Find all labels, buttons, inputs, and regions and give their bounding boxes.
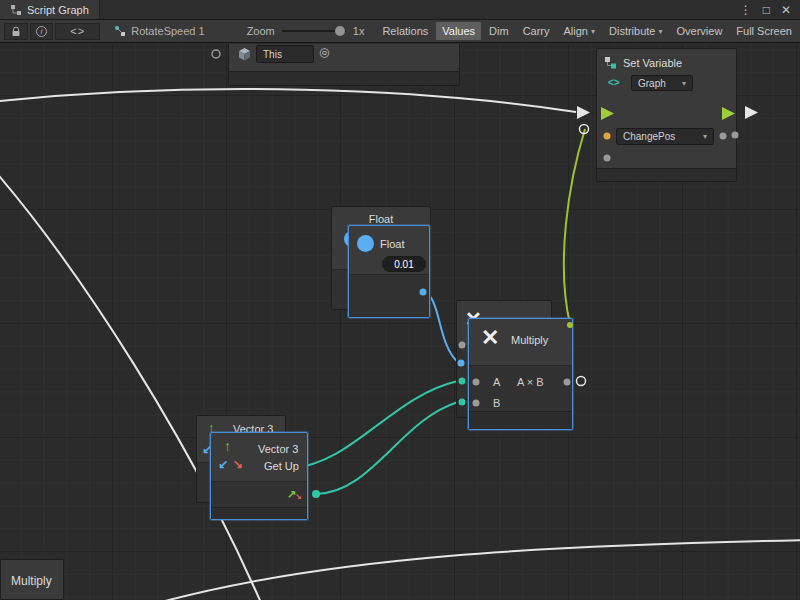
node-footer (229, 71, 459, 85)
node-multiply-corner[interactable]: Multiply (0, 559, 64, 600)
port-setvariable-value-ring[interactable] (580, 125, 589, 134)
arrow-down-left-icon: ↙ (218, 457, 228, 471)
wire-white-bottom[interactable] (140, 540, 800, 600)
chevron-down-icon: ▾ (703, 132, 707, 141)
carry-button[interactable]: Carry (517, 22, 556, 40)
port-label-b: B (493, 397, 500, 409)
node-footer (211, 507, 307, 519)
float-type-icon (357, 235, 374, 252)
graph-scope-icon: <> (608, 77, 620, 88)
graph-breadcrumb[interactable]: RotateSpeed 1 (114, 25, 204, 37)
this-object-field[interactable]: This (256, 45, 314, 63)
values-button[interactable]: Values (436, 22, 481, 40)
code-view-button[interactable]: <> (55, 23, 100, 40)
lock-button[interactable] (4, 23, 28, 40)
node-footer (597, 168, 736, 181)
node-title: Float (332, 207, 430, 225)
graph-canvas[interactable]: This ◎ Set Variable <> Graph ▾ ChangePos… (0, 44, 800, 600)
zoom-slider[interactable] (282, 30, 346, 32)
node-title: Set Variable (623, 57, 682, 69)
script-graph-icon (10, 4, 22, 16)
info-icon: i (36, 26, 47, 37)
port-this-self[interactable] (212, 50, 220, 58)
node-set-variable[interactable]: Set Variable <> Graph ▾ ChangePos ▾ (596, 48, 737, 182)
zoom-control: Zoom 1x (247, 25, 365, 37)
node-operation: Get Up (264, 460, 299, 472)
node-vector3-get-up[interactable]: ↑ ↙ ↘ Vector 3 Get Up ↗ ↘ (210, 432, 308, 520)
node-title: Float (380, 238, 404, 250)
script-graph-asset-icon (114, 25, 126, 37)
port-fallback-input[interactable] (604, 155, 611, 162)
node-multiply-front[interactable]: ✕ Multiply A A × B B (468, 318, 573, 430)
code-icon: <> (70, 25, 85, 37)
align-dropdown-button[interactable]: Align▾ (558, 22, 601, 40)
window-menu-icon[interactable]: ⋮ (740, 3, 752, 17)
output-label-axb: A × B (517, 376, 544, 388)
port-label-a: A (493, 376, 500, 388)
port-multiply-a-input[interactable] (473, 379, 480, 386)
port-multiply-result-ring[interactable] (577, 377, 586, 386)
flow-arrow-out-white (745, 106, 758, 119)
port-variable-value-output[interactable] (720, 133, 727, 140)
port-multiply-result-output[interactable] (564, 379, 571, 386)
set-variable-icon (604, 56, 617, 69)
wire-vector3-to-multiply-a[interactable] (292, 381, 458, 468)
tab-bar: Script Graph ⋮ □ ✕ (0, 0, 800, 20)
node-title: Vector 3 (258, 443, 298, 455)
chevron-down-icon: ▾ (591, 27, 595, 36)
node-title: Multiply (11, 574, 52, 588)
object-picker-icon[interactable]: ◎ (319, 45, 329, 59)
relations-button[interactable]: Relations (376, 22, 434, 40)
scope-dropdown[interactable]: Graph ▾ (631, 75, 693, 91)
dim-button[interactable]: Dim (483, 22, 515, 40)
arrow-down-right-icon: ↘ (233, 457, 243, 471)
wire-white-diagonal[interactable] (0, 170, 262, 600)
graph-toolbar: i <> RotateSpeed 1 Zoom 1x Relations Val… (0, 20, 800, 43)
fullscreen-button[interactable]: Full Screen (730, 22, 798, 40)
arrow-up-icon: ↑ (224, 438, 231, 454)
tab-title: Script Graph (27, 4, 89, 16)
close-icon[interactable]: ✕ (781, 3, 791, 17)
chevron-down-icon: ▾ (682, 79, 686, 88)
node-footer (469, 411, 572, 429)
overview-button[interactable]: Overview (671, 22, 729, 40)
tabbar-spacer (100, 0, 731, 19)
node-body (349, 274, 429, 317)
float-value-field[interactable]: 0.01 (382, 256, 426, 272)
wire-multiply-to-setvariable[interactable] (564, 129, 585, 324)
node-this-group[interactable]: This ◎ (228, 44, 460, 86)
chevron-down-icon: ▾ (658, 27, 662, 36)
node-title: Multiply (511, 334, 548, 346)
maximize-icon[interactable]: □ (763, 3, 770, 17)
view-options: Relations Values Dim Carry Align▾ Distri… (376, 22, 798, 40)
node-body (469, 365, 572, 411)
wire-control-flow-top[interactable] (0, 89, 576, 112)
zoom-value: 1x (353, 25, 365, 37)
port-float-output[interactable] (420, 289, 427, 296)
info-button[interactable]: i (30, 23, 54, 40)
port-multiply-b-input[interactable] (473, 400, 480, 407)
arrow-down-right-icon: ↘ (295, 492, 302, 501)
zoom-label: Zoom (247, 25, 275, 37)
distribute-dropdown-button[interactable]: Distribute▾ (603, 22, 668, 40)
port-variable-value-input[interactable] (604, 133, 611, 140)
unity-visual-scripting-window: Script Graph ⋮ □ ✕ i <> R (0, 0, 800, 600)
wire-vector3-to-multiply-b[interactable] (316, 402, 458, 494)
node-float-front[interactable]: Float 0.01 (348, 225, 430, 318)
graph-name-label: RotateSpeed 1 (131, 25, 204, 37)
variable-name-dropdown[interactable]: ChangePos ▾ (616, 128, 714, 145)
multiply-icon: ✕ (481, 327, 499, 349)
cube-icon (237, 47, 252, 62)
tab-script-graph[interactable]: Script Graph (0, 0, 100, 19)
zoom-slider-handle[interactable] (335, 26, 345, 36)
port-getup-output[interactable] (312, 490, 320, 498)
flow-arrow-in-white (577, 106, 590, 119)
lock-icon (11, 26, 21, 37)
